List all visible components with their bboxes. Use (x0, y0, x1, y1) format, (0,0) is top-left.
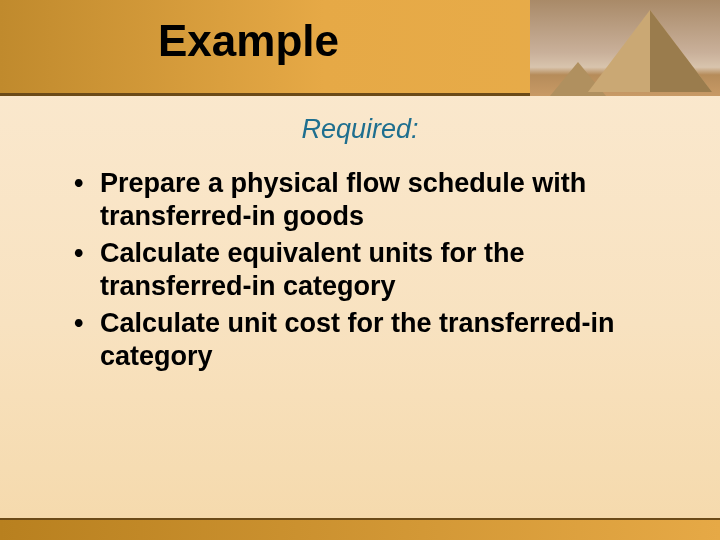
pyramid-image (530, 0, 720, 96)
bullet-list: Prepare a physical flow schedule with tr… (68, 167, 660, 373)
title-bar: Example (0, 0, 720, 96)
list-item: Prepare a physical flow schedule with tr… (68, 167, 660, 233)
bullet-text: Prepare a physical flow schedule with tr… (100, 168, 586, 231)
slide-title: Example (158, 16, 339, 66)
subtitle: Required: (0, 114, 720, 145)
bullet-text: Calculate unit cost for the transferred-… (100, 308, 615, 371)
bullet-text: Calculate equivalent units for the trans… (100, 238, 525, 301)
content-area: Prepare a physical flow schedule with tr… (68, 167, 660, 373)
footer-bar (0, 518, 720, 540)
slide: Example Required: Prepare a physical flo… (0, 0, 720, 540)
list-item: Calculate equivalent units for the trans… (68, 237, 660, 303)
list-item: Calculate unit cost for the transferred-… (68, 307, 660, 373)
